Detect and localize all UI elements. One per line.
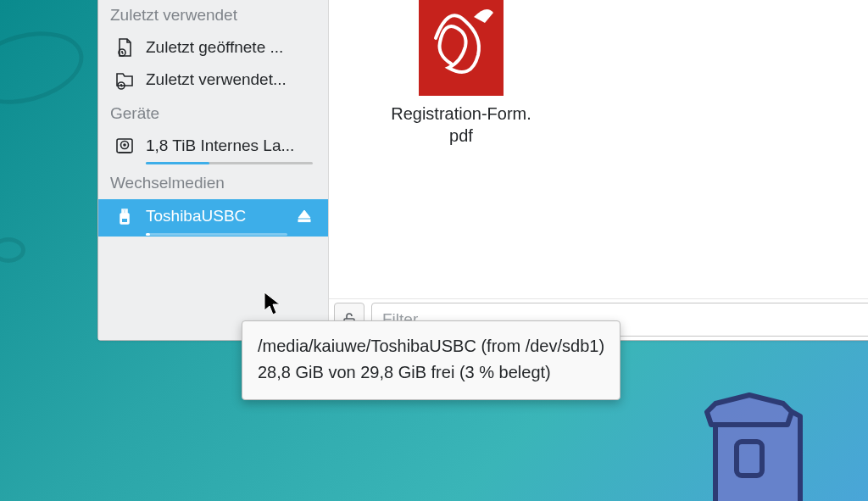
- file-tile-registration-form[interactable]: Registration-Form. pdf: [376, 0, 546, 147]
- mouse-cursor: [264, 292, 282, 317]
- section-header-recent: Zuletzt verwendet: [98, 0, 328, 31]
- recent-folder-icon: [114, 69, 136, 91]
- wallpaper-castle: [665, 340, 817, 501]
- file-view[interactable]: Registration-Form. pdf: [329, 0, 868, 298]
- section-header-removable: Wechselmedien: [98, 165, 328, 199]
- capacity-bar: [146, 162, 313, 164]
- usb-drive-icon: [114, 205, 136, 227]
- places-sidebar: Zuletzt verwendet Zuletzt geöffnete ... …: [98, 0, 329, 340]
- svg-rect-8: [123, 211, 124, 213]
- sidebar-item-label: 1,8 TiB Internes La...: [146, 136, 316, 155]
- file-manager-window: Zuletzt verwendet Zuletzt geöffnete ... …: [97, 0, 868, 341]
- sidebar-item-toshiba-usbc[interactable]: ToshibaUSBC: [98, 199, 328, 237]
- svg-rect-9: [125, 211, 126, 213]
- harddisk-icon: [114, 135, 136, 157]
- recent-document-icon: [114, 36, 136, 58]
- svg-rect-11: [298, 220, 310, 222]
- eject-button[interactable]: [292, 204, 316, 228]
- capacity-bar: [146, 233, 287, 236]
- svg-rect-10: [122, 219, 127, 222]
- sidebar-item-label: Zuletzt geöffnete ...: [146, 38, 316, 57]
- svg-point-5: [124, 144, 125, 146]
- pdf-thumbnail: [419, 0, 504, 96]
- tooltip-path: /media/kaiuwe/ToshibaUSBC (from /dev/sdb…: [258, 333, 604, 359]
- wallpaper-swirl: [0, 19, 92, 116]
- main-pane: Registration-Form. pdf: [329, 0, 868, 340]
- sidebar-item-internal-drive[interactable]: 1,8 TiB Internes La...: [98, 130, 328, 165]
- eject-icon: [296, 208, 313, 225]
- sidebar-item-recent-places[interactable]: Zuletzt verwendet...: [98, 64, 328, 96]
- section-header-devices: Geräte: [98, 96, 328, 130]
- wallpaper-swirl: [0, 237, 25, 263]
- tooltip-capacity: 28,8 GiB von 29,8 GiB frei (3 % belegt): [258, 359, 604, 386]
- device-tooltip: /media/kaiuwe/ToshibaUSBC (from /dev/sdb…: [242, 320, 620, 400]
- sidebar-item-label: ToshibaUSBC: [146, 207, 279, 225]
- svg-rect-0: [737, 442, 762, 476]
- file-name: Registration-Form. pdf: [376, 103, 546, 147]
- sidebar-item-label: Zuletzt verwendet...: [146, 70, 316, 89]
- sidebar-item-recent-files[interactable]: Zuletzt geöffnete ...: [98, 31, 328, 64]
